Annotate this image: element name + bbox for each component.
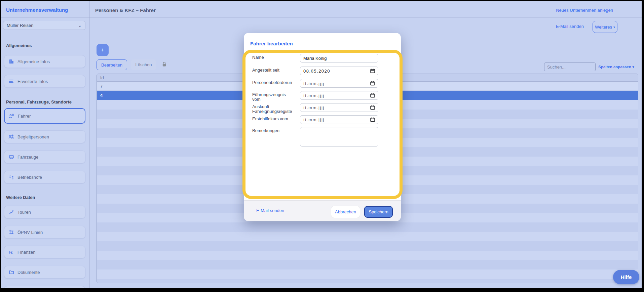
help-button[interactable]: Hilfe [613, 270, 639, 284]
sidebar-item-fahrzeuge[interactable]: Fahrzeuge [4, 151, 85, 163]
chevron-down-icon: ▾ [632, 65, 634, 69]
company-select-value: Müller Reisen [7, 23, 33, 28]
dialog-email-link[interactable]: E-Mail senden [256, 208, 284, 213]
new-company-link[interactable]: Neues Unternehmen anlegen [556, 8, 613, 13]
dialog-footer: E-Mail senden Abbrechen Speichern [244, 200, 401, 221]
field-label: Führungszeugnis vom [252, 92, 292, 102]
euro-icon: € [8, 249, 14, 255]
sidebar-item-label: Begleitpersonen [17, 134, 49, 139]
columns-adjust-label: Spalten anpassen [598, 65, 631, 69]
sidebar-item-label: Fahrer [18, 114, 31, 119]
building-icon [8, 59, 14, 64]
sidebar-item-begleitpersonen[interactable]: Begleitpersonen [4, 130, 85, 143]
field-label: Personenbeförderung [252, 80, 292, 85]
columns-adjust-link[interactable]: Spalten anpassen ▾ [598, 65, 634, 69]
field-label: Bemerkungen [252, 128, 292, 133]
list-lines-icon [8, 79, 14, 84]
bus-icon [8, 154, 14, 160]
email-send-link[interactable]: E-Mail senden [556, 24, 584, 29]
weiteres-button[interactable]: Weiteres ▾ [593, 21, 617, 33]
fuehrungszeugnis-field[interactable] [300, 91, 378, 100]
sidebar-item-label: ÖPNV Linien [17, 230, 43, 235]
edit-button[interactable]: Bearbeiten [97, 59, 127, 70]
personenbefoerderung-field[interactable] [300, 79, 378, 88]
sidebar: Unternehmensverwaltung Müller Reisen ⌄ A… [1, 1, 89, 288]
sidebar-item-oepnv-linien[interactable]: ÖPNV Linien [4, 226, 85, 239]
save-button[interactable]: Speichern [364, 206, 393, 218]
depot-icon [8, 174, 14, 180]
chevron-down-icon: ▾ [613, 25, 615, 29]
sidebar-item-betriebshoefe[interactable]: Betriebshöfe [4, 171, 85, 183]
sidebar-item-label: Betriebshöfe [17, 175, 42, 180]
chevron-down-icon: ⌄ [78, 23, 82, 28]
auskunft-fahreignungsregister-field[interactable] [300, 103, 378, 112]
header-divider [1, 17, 642, 17]
svg-text:€: € [10, 250, 13, 255]
company-select[interactable]: Müller Reisen ⌄ [3, 21, 85, 30]
sidebar-item-label: Fahrzeuge [17, 155, 38, 160]
bemerkungen-field[interactable] [300, 127, 378, 147]
add-button[interactable]: + [97, 44, 109, 56]
dialog-title: Fahrer bearbeiten [250, 41, 293, 46]
cancel-button[interactable]: Abbrechen [331, 206, 360, 218]
sidebar-item-erweiterte-infos[interactable]: Erweiterte Infos [4, 75, 85, 88]
app-title: Unternehmensverwaltung [6, 7, 68, 13]
field-label: Angestellt seit [252, 68, 292, 73]
people-icon [8, 134, 14, 139]
weiteres-label: Weiteres [595, 25, 612, 30]
lock-icon [162, 61, 167, 69]
sidebar-item-label: Finanzen [17, 250, 35, 255]
sidebar-item-fahrer[interactable]: Fahrer [4, 108, 85, 124]
field-label: Erstehilfekurs vom [252, 117, 292, 121]
sidebar-section-allgemeines: Allgemeines [6, 43, 32, 48]
sidebar-section-weitere-daten: Weitere Daten [6, 195, 35, 200]
route-icon [8, 209, 14, 215]
field-label: Auskunft Fahreignungsregister [252, 105, 292, 114]
sidebar-item-allgemeine-infos[interactable]: Allgemeine Infos [4, 55, 85, 68]
sidebar-item-label: Touren [17, 210, 31, 215]
angestellt-seit-field[interactable] [300, 67, 378, 75]
sidebar-item-partial[interactable] [4, 286, 85, 288]
edit-driver-dialog: Fahrer bearbeiten Name Angestellt seit P… [244, 33, 401, 221]
sidebar-item-label: Allgemeine Infos [17, 59, 50, 64]
name-field[interactable] [300, 54, 378, 62]
sidebar-item-label: Dokumente [17, 270, 40, 275]
sidebar-item-label: Erweiterte Infos [17, 79, 48, 84]
page-title: Personen & KFZ – Fahrer [95, 7, 156, 13]
field-label: Name [252, 55, 292, 60]
delete-button[interactable]: Löschen [131, 59, 156, 70]
folder-icon [8, 269, 14, 275]
sidebar-item-finanzen[interactable]: € Finanzen [4, 246, 85, 258]
erstehilfekurs-field[interactable] [300, 115, 378, 124]
sidebar-item-dokumente[interactable]: Dokumente [4, 266, 85, 279]
sidebar-section-personal: Personal, Fahrzeuge, Standorte [6, 99, 72, 105]
sidebar-item-touren[interactable]: Touren [4, 206, 85, 218]
driver-icon [9, 113, 15, 119]
search-input[interactable] [544, 62, 596, 71]
tram-icon [8, 230, 14, 235]
